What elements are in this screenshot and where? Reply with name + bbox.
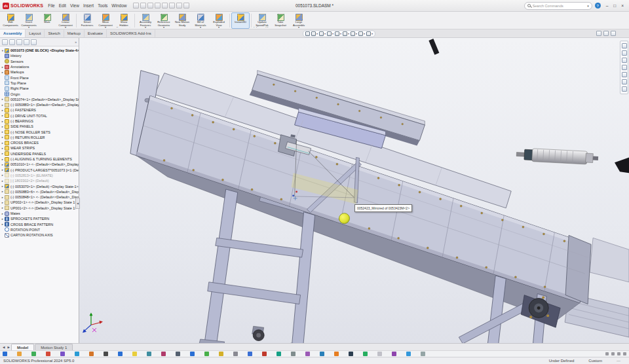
undo-icon[interactable] [155,3,161,9]
edit-appearance-icon[interactable]: ▾ [358,31,365,36]
tree-item-markups[interactable]: ▸Markups [1,69,79,75]
ribbon-tool-insert-components[interactable]: Insert Components▾ [20,12,38,29]
zoom-area-icon[interactable]: ▾ [311,31,318,36]
ribbon-tool-update-speedpak-subassemblies[interactable]: Update SpeedPak Subassemblies [253,12,271,29]
tab-markup[interactable]: Markup [64,29,85,37]
tree-item-1803302-2-default[interactable]: ▸[-] 1803302<2> (Default) [1,178,79,183]
taskbar-app-icon[interactable] [219,352,223,356]
taskbar-app-icon[interactable] [276,352,281,356]
ribbon-tool-exploded-view[interactable]: Exploded View▾ [210,12,228,29]
tree-item-top-plane[interactable]: Top Plane [1,81,79,86]
taskbar-app-icon[interactable] [89,352,94,356]
prev-tab-arrow[interactable]: ◀ [1,346,6,349]
tree-item-side-panels[interactable]: ▸SIDE PANELS [1,124,79,129]
zoom-fit-icon[interactable] [305,31,310,36]
tree-item-0050883-1-default-default-di[interactable]: ▸(-) 0050883<1> (Default<<Default>_Displ… [1,102,79,107]
tree-item-carton-rotation-axis[interactable]: CARTON ROTATION AXIS [1,232,79,238]
ribbon-tool-move-component[interactable]: Move Component▾ [96,12,115,29]
taskbar-app-icon[interactable] [190,352,195,356]
taskbar-app-icon[interactable] [248,352,252,356]
tray-icon[interactable] [605,352,609,355]
menu-view[interactable]: View [68,3,81,8]
refresh-icon[interactable] [596,31,601,36]
black-part-top[interactable] [429,39,439,55]
display-style-icon[interactable]: ▾ [343,31,349,36]
tree-item-cross-braces[interactable]: ▸CROSS BRACES [1,140,79,145]
design-library-icon[interactable] [622,50,627,56]
print-icon[interactable] [147,3,153,9]
taskbar-app-icon[interactable] [305,352,310,356]
pneumatic-cylinder-part[interactable] [516,148,599,165]
section-view-icon[interactable]: ▾ [327,31,334,36]
tab-layout[interactable]: Layout [26,29,45,37]
tree-item-up001-2-default-display-stat[interactable]: ▸UP001<2> <-> (Default>_Display State 1> [1,206,79,211]
tree-item-drive-unit-total[interactable]: ▸(-) DRIVE UNIT-TOTAL [1,113,79,118]
taskbar-app-icon[interactable] [406,352,411,356]
help-button[interactable]: ? [595,3,601,9]
tree-item-0051074-1-default-default-di[interactable]: ▸0051074<1> (Default<<Default>_Display S… [1,97,79,102]
tree-item-front-plane[interactable]: Front Plane [1,75,79,80]
display-manager-tab[interactable] [31,39,37,45]
tree-item-wear-strips[interactable]: ▸WEAR STRIPS [1,145,79,151]
panel-collapse-arrow[interactable]: ◀ [75,198,80,209]
ribbon-tool-new-motion-study[interactable]: New Motion Study [173,12,191,29]
more-tabs-icon[interactable]: » [75,40,77,44]
ribbon-tool-mate[interactable]: Mate [38,12,56,29]
taskbar-app-icon[interactable] [31,352,36,356]
taskbar-app-icon[interactable] [363,352,368,356]
taskbar-app-icon[interactable] [75,352,79,356]
taskbar-app-icon[interactable] [349,352,353,356]
ribbon-tool-take-snapshot[interactable]: Take Snapshot [271,12,290,29]
dimxpert-manager-tab[interactable] [24,39,29,45]
taskbar-app-icon[interactable] [334,352,339,356]
rebuild-icon[interactable] [169,3,175,9]
tray-icon[interactable] [611,352,615,355]
ribbon-tool-assembly-features[interactable]: Assembly Features▾ [136,12,155,29]
ribbon-tool-show-hidden-components[interactable]: Show Hidden Components [115,12,133,29]
tree-item-mates[interactable]: ▸Mates [1,211,79,216]
tab-assembly[interactable]: Assembly [0,29,26,37]
window-minimize-button[interactable]: – [603,3,611,8]
tree-item-0051010-1-default-default-di[interactable]: ▸0051010<1> <- (Default<<Default>_Displa… [1,162,79,167]
taskbar-app-icon[interactable] [291,352,295,356]
property-manager-tab[interactable] [9,39,15,45]
taskbar-app-icon[interactable] [320,352,324,356]
ribbon-tool-instant3d[interactable]: Instant3D [231,12,250,29]
taskbar-app-icon[interactable] [17,352,22,356]
window-maximize-button[interactable]: □ [611,3,619,8]
redo-icon[interactable] [162,3,168,9]
custom-properties-icon[interactable] [622,79,627,84]
ribbon-tool-reference-geometry[interactable]: Reference Geometry▾ [155,12,173,29]
taskbar-app-icon[interactable] [377,352,382,356]
tree-item-up002-1-default-display-stat[interactable]: ▸UP002<1> <-> (Default>_Display State 1> [1,200,79,205]
menu-insert[interactable]: Insert [81,3,96,8]
menu-tools[interactable]: Tools [96,3,109,8]
tree-item-nose-roller-sets[interactable]: ▸(-) NOSE ROLLER SETS [1,129,79,134]
save-icon[interactable] [140,3,146,9]
tree-item-sprockets-pattern[interactable]: ▸SPROCKETS PATTERN [1,216,79,221]
tree-item-cross-brace-pattern[interactable]: ▸CROSS BRACE PATTERN [1,222,79,227]
hide-show-items-icon[interactable]: ▾ [351,31,357,36]
tree-item-annotations[interactable]: ▸Annotations [1,64,79,69]
tree-root[interactable]: ▾0051073 (ONE BLOCK) <Display State-4> [1,48,79,53]
ribbon-tool-edit-components[interactable]: Edit Components [1,12,20,29]
tree-item-underside-panels[interactable]: ▸UNDERSIDE PANELS [1,151,79,156]
selected-ball-highlight[interactable] [339,213,350,224]
tree-item-product-largest-0051073-i-1-[interactable]: ▸(-) PRODUCT-LARGEST*0051073 [i<1 (Defau… [1,168,79,173]
taskbar-app-icon[interactable] [233,352,238,356]
options-icon[interactable] [183,3,189,9]
tab-evaluate[interactable]: Evaluate [85,29,107,37]
view-orientation-icon[interactable]: ▾ [335,31,341,36]
conveyor-3d-model[interactable] [79,38,629,343]
tree-item-fasteners[interactable]: ▸(-) FASTENERS [1,107,79,113]
collapse-icon[interactable] [611,31,616,36]
tray-icon[interactable] [623,352,626,355]
tree-item-0052813-1-elimate[interactable]: ▸(-) 0052813<1> (ELIMATE) [1,173,79,178]
tree-item-aligning-turning-elements[interactable]: ▸(-) ALIGNING & TURNING ELEMENTS [1,156,79,162]
settings-icon[interactable] [176,3,182,9]
ribbon-tool-large-assembly-settings[interactable]: Large Assembly Settings▾ [290,12,308,29]
tree-item-return-roller[interactable]: ▸(-) RETURN ROLLER [1,135,79,140]
tree-item-origin[interactable]: Origin [1,91,79,96]
menu-window[interactable]: Window [109,3,128,8]
search-commands-box[interactable]: Search Commands ▾ [524,2,592,10]
